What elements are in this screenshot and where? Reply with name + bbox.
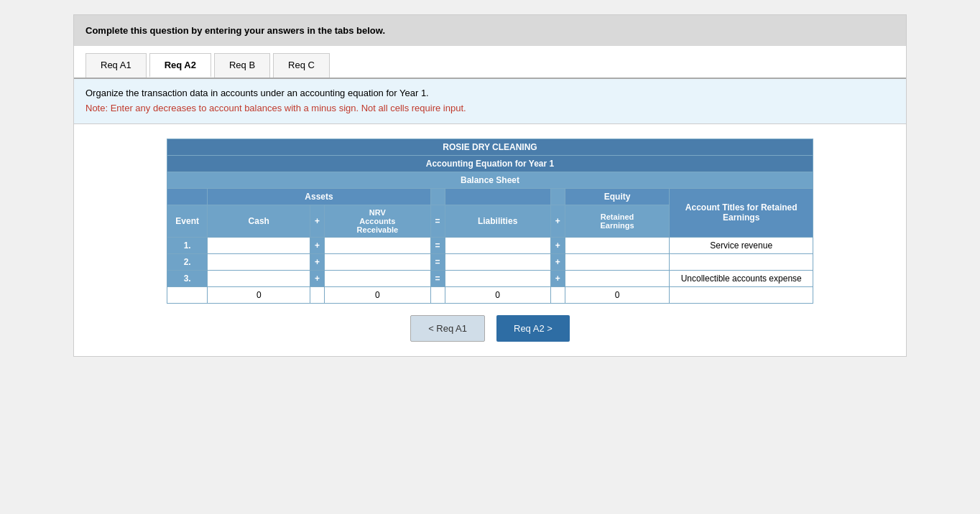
note-bar: Organize the transaction data in account… — [74, 79, 906, 124]
table-row: 2. + = + — [167, 253, 813, 270]
eq-op-row2: = — [430, 253, 445, 270]
liab-field-3[interactable] — [450, 274, 546, 284]
nrv-input-2[interactable] — [325, 253, 430, 270]
liab-input-3[interactable] — [445, 270, 550, 286]
cash-field-3[interactable] — [212, 274, 305, 284]
eq-op-row3: = — [430, 270, 445, 286]
event-3: 3. — [167, 270, 208, 286]
plus-op-row1b: + — [550, 237, 565, 253]
re-input-2[interactable] — [565, 253, 670, 270]
plus-operator-header — [550, 188, 565, 205]
plus-op-bal: + — [310, 286, 325, 303]
table-subtitle: Accounting Equation for Year 1 — [167, 155, 813, 172]
re-field-1[interactable] — [570, 240, 665, 251]
cash-balance: 0 — [208, 286, 310, 303]
plus-op-row3: + — [310, 270, 325, 286]
liab-field-1[interactable] — [450, 240, 546, 251]
balance-sheet-label: Balance Sheet — [167, 172, 813, 188]
company-title: ROSIE DRY CLEANING — [167, 139, 813, 155]
eq-op-row1: = — [430, 237, 445, 253]
liab-input-1[interactable] — [445, 237, 550, 253]
event-1: 1. — [167, 237, 208, 253]
account-titles-header: Account Titles for Retained Earnings — [670, 188, 813, 237]
liab-balance: 0 — [445, 286, 550, 303]
cash-input-1[interactable] — [208, 237, 310, 253]
note-main-text: Organize the transaction data in account… — [85, 88, 429, 98]
liabilities-header-span — [445, 188, 550, 205]
accounting-table: ROSIE DRY CLEANING Accounting Equation f… — [167, 139, 813, 304]
event-col-header: Event — [167, 205, 208, 237]
tab-req-a1[interactable]: Req A1 — [85, 53, 147, 78]
balance-row: Balance 0 + 0 = 0 + 0 — [167, 286, 813, 303]
note-red-text: Note: Enter any decreases to account bal… — [85, 103, 466, 113]
assets-header: Assets — [208, 188, 430, 205]
plus-op-row2b: + — [550, 253, 565, 270]
cash-input-2[interactable] — [208, 253, 310, 270]
liab-field-2[interactable] — [450, 257, 546, 267]
re-balance: 0 — [565, 286, 670, 303]
prev-button[interactable]: < Req A1 — [410, 315, 485, 342]
cash-input-3[interactable] — [208, 270, 310, 286]
tabs-row: Req A1 Req A2 Req B Req C — [74, 46, 906, 79]
liab-input-2[interactable] — [445, 253, 550, 270]
instruction-bar: Complete this question by entering your … — [74, 15, 906, 46]
nrv-input-1[interactable] — [325, 237, 430, 253]
re-input-3[interactable] — [565, 270, 670, 286]
nrv-field-2[interactable] — [329, 257, 425, 267]
next-button[interactable]: Req A2 > — [496, 315, 570, 342]
plus-op-row2: + — [310, 253, 325, 270]
eq-operator-header — [430, 188, 445, 205]
nrv-field-1[interactable] — [329, 240, 425, 251]
table-row: 3. + = + Uncollectible accounts expense — [167, 270, 813, 286]
tab-req-b[interactable]: Req B — [214, 53, 270, 78]
balance-label: Balance — [167, 286, 208, 303]
event-2: 2. — [167, 253, 208, 270]
instruction-text: Complete this question by entering your … — [85, 25, 385, 36]
retained-earnings-header: RetainedEarnings — [565, 205, 670, 237]
re-field-3[interactable] — [570, 274, 665, 284]
plus-op-row1: + — [310, 237, 325, 253]
account-title-balance — [670, 286, 813, 303]
plus-op-2: + — [550, 205, 565, 237]
re-field-2[interactable] — [570, 257, 665, 267]
cash-field-2[interactable] — [212, 257, 305, 267]
tab-req-c[interactable]: Req C — [273, 53, 330, 78]
cash-header: Cash — [208, 205, 310, 237]
equity-header: Equity — [565, 188, 670, 205]
tab-req-a2[interactable]: Req A2 — [149, 53, 211, 78]
account-title-2 — [670, 253, 813, 270]
re-input-1[interactable] — [565, 237, 670, 253]
event-header-blank — [167, 188, 208, 205]
account-title-3: Uncollectible accounts expense — [670, 270, 813, 286]
cash-field-1[interactable] — [212, 240, 305, 251]
plus-op-1: + — [310, 205, 325, 237]
nrv-ar-header: NRVAccountsReceivable — [325, 205, 430, 237]
eq-op-bal: = — [430, 286, 445, 303]
plus-op-balb: + — [550, 286, 565, 303]
main-container: Complete this question by entering your … — [73, 14, 907, 357]
table-section: ROSIE DRY CLEANING Accounting Equation f… — [74, 124, 906, 356]
account-title-1: Service revenue — [670, 237, 813, 253]
eq-op: = — [430, 205, 445, 237]
nrv-field-3[interactable] — [329, 274, 425, 284]
liabilities-header: Liabilities — [445, 205, 550, 237]
table-row: 1. + = + Service revenue — [167, 237, 813, 253]
nav-buttons: < Req A1 Req A2 > — [85, 315, 895, 342]
nrv-balance: 0 — [325, 286, 430, 303]
nrv-input-3[interactable] — [325, 270, 430, 286]
plus-op-row3b: + — [550, 270, 565, 286]
